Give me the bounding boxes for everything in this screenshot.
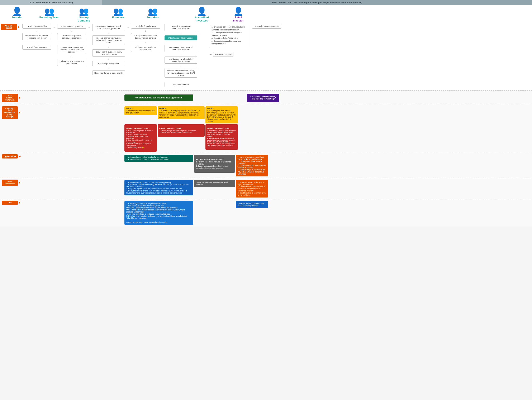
founders3-flow-1: Network at events with Accredited Invest… — [165, 24, 197, 31]
accredited-vp-box: Create parallel value and offers for ret… — [194, 180, 235, 187]
persona-startup: 👥 StartupCompany — [66, 7, 102, 22]
startup-label: StartupCompany — [78, 16, 90, 22]
arrow-startup-to-founders2: → — [127, 24, 129, 29]
accredited-opp-label: FUTURE ROADMAP DISCOVERY — [196, 158, 224, 160]
offer-label-text: Offer — [8, 202, 12, 204]
founders-think-box: I THINK / SAY / FEEL / FEAR: 1. 'Had 17 … — [124, 124, 157, 152]
retail-vp-box: 1. No qualifications! No income or equit… — [236, 180, 268, 197]
founding-flow-2: Create value: product, service, or exper… — [57, 33, 86, 40]
empathy-think-row: I THINK / SAY / FEEL / FEAR: 1. 'Had 17 … — [21, 124, 531, 152]
founder-label: Founder — [12, 16, 23, 19]
founders2-flow-3: Might get approved for a financial loan — [131, 45, 160, 52]
arrow-down-s4: ↓ — [108, 67, 109, 70]
startup-flow-3: Grow: board, business, team, value, sale… — [92, 49, 125, 56]
founder-flow-1: Develop business idea — [22, 24, 51, 29]
startup-flow-1: Incorporate company: board, share struct… — [92, 24, 125, 31]
vp-arrow-icon: ▶ — [19, 181, 20, 184]
offer-arrow-icon: ▶ — [19, 201, 20, 204]
arrow-down-f21: ↓ — [145, 29, 146, 32]
opp-label-btn[interactable]: Opportunities ▶ — [2, 154, 18, 159]
startup-flow-5: Raise new funds to scale growth — [92, 70, 125, 75]
founder-flow-3: Recruit founding team — [22, 45, 51, 50]
founders-need-items: "More money to continue my startup and g… — [126, 110, 154, 114]
founders3-flow-5: Allocate shares to them: voting, non-vot… — [165, 68, 197, 78]
founding-flow-4: Deliver value: to customers and partners — [57, 59, 86, 66]
retail-quote-box: "These collectables were my step into an… — [247, 94, 279, 102]
founder-flow-col: Develop business idea ↓ Pay contractor f… — [21, 24, 53, 50]
founders3-flow-2: Pitch to Accredited Investors — [165, 36, 197, 40]
arrow-founder-to-founding: → — [53, 24, 56, 29]
empathy-arrow-icon: ▶ — [19, 111, 20, 114]
founders2-icon: 👥 — [113, 7, 123, 16]
founders-need-box: I NEED: "More money to continue my start… — [124, 106, 157, 115]
empathy-need-row: I NEED: "More money to continue my start… — [21, 106, 531, 123]
opp-label-text: Opportunities — [4, 155, 16, 157]
ideal-label-btn[interactable]: Ideal Customer Statement ▶ — [2, 94, 18, 102]
accredited-label: AccreditedInvestors — [195, 16, 209, 22]
header-banners: B2B - Manufacture / Produce (a startup) … — [0, 0, 532, 5]
opportunities-row: Opportunities ▶ 1. Delay getting accredi… — [0, 153, 532, 178]
founder-flow-2: Pay contractor for specific jobs using o… — [22, 33, 51, 40]
retail-icon: 👤 — [234, 7, 243, 16]
founding-flow-3: Capture value: Market and sell value to … — [57, 45, 86, 54]
founding-flow-1: Agree on equity structure — [57, 24, 86, 29]
offer-label-btn[interactable]: Offer ▶ — [2, 201, 18, 205]
startup-icon: 👥 — [79, 7, 89, 16]
arrow-down-f34: ↓ — [180, 64, 182, 67]
arrow-down-f3: ↓ — [71, 55, 72, 58]
ideal-label-text: Ideal Customer Statement — [6, 95, 15, 101]
accredited-list-2: 2. Creating my network with Angel & Vent… — [211, 31, 248, 37]
retail-offer-box: Fund new ideas/innovations, new founders… — [236, 201, 268, 208]
arrow-down-f35: ↓ — [180, 78, 182, 81]
accredited-opp-items: 1. Follow/connect with network of accred… — [196, 161, 233, 169]
accredited-opp-box: FUTURE ROADMAP DISCOVERY 1. Follow/conne… — [194, 155, 235, 173]
founders-think-items: 1. 'Had 17 meetings with investors, I sc… — [126, 130, 155, 148]
vp-label-cell: Value Proposition ▶ — [0, 178, 20, 187]
opp-arrow-icon: ▶ — [19, 155, 20, 158]
accredited-flow-col: 1. Creating a personal brand, reputation… — [210, 24, 250, 57]
arrow-down-2: ↓ — [36, 41, 38, 44]
offer-row: Offer ▶ 1. Create angel collectable for … — [0, 199, 532, 227]
persona-accredited: 👤 AccreditedInvestors — [181, 7, 222, 22]
accredited-need-items: 1. 'Capital' / 2. 'Great judgement' / 3.… — [159, 110, 201, 118]
arrow-down-1: ↓ — [36, 29, 38, 32]
retail-flow-col: Research private companies — [250, 24, 283, 29]
founders2-flow-2: Get rejected by most or all banks/financ… — [131, 33, 160, 40]
founders3-flow-4: Might sign deal a handful of Accredited … — [165, 56, 197, 64]
founders2-flow-1: Apply for financial loan — [131, 24, 160, 29]
banner-right: B2B - Market / Sell / Distribute (your s… — [102, 0, 532, 5]
accredited-icon: 👤 — [197, 7, 207, 16]
ideal-content-row: "We crowdfunded our first business oppor… — [20, 92, 532, 103]
invest-arrow-row: ← Invest into company — [210, 52, 250, 57]
accredited-need-box: I NEED: 1. 'Capital' / 2. 'Great judgeme… — [158, 106, 205, 119]
vp-content-row: 1. Raise money to pursue your next busin… — [20, 178, 532, 199]
offer-content-row: 1. Create angel collectable for your bus… — [20, 199, 532, 227]
accredited-list-4: 4. Back existing angel investor, pay man… — [211, 40, 248, 45]
vp-label-btn[interactable]: Value Proposition ▶ — [2, 179, 18, 186]
accredited-think-items: 1. 'I'm replacing Wall Street for privat… — [159, 130, 203, 134]
accredited-list-1: 1. Creating a personal brand, reputation… — [211, 26, 248, 31]
ideal-customer-row: Ideal Customer Statement ▶ "We crowdfund… — [0, 91, 532, 105]
empathy-label-btn[interactable]: Empathy - What emotions am I going throu… — [2, 106, 18, 119]
retail-think-items: 1. 'I don't make enough (min 200k) and h… — [207, 130, 236, 147]
founders-offer-box: 1. Create angel collectable for your bus… — [124, 201, 193, 225]
persona-founders3: 👥 Founders — [134, 7, 171, 22]
banner-left: B2B - Manufacture / Produce (a startup) — [0, 0, 102, 5]
ideal-arrow-icon: ▶ — [19, 96, 20, 99]
gap-col — [171, 7, 181, 22]
startup-flow-2: Allocate shares: voting, non-voting, sto… — [92, 36, 125, 45]
retail-label: RetailInvestor — [233, 16, 244, 22]
offer-label-cell: Offer ▶ — [0, 199, 20, 206]
empathy-content: I NEED: "More money to continue my start… — [20, 105, 532, 153]
persona-retail: 👤 RetailInvestor — [222, 7, 254, 22]
arrow-down-f1: ↓ — [71, 29, 72, 32]
what-doing-label: What am I doing? ▶ — [1, 24, 17, 30]
retail-need-label: I NEED: — [207, 108, 214, 110]
arrow-down-f22: ↓ — [145, 41, 146, 44]
founding-team-icon: 👥 — [44, 7, 54, 16]
empathy-label-cell: Empathy - What emotions am I going throu… — [0, 105, 20, 120]
persona-icons-row: 👤 Founder 👥 Founding Team 👥 StartupCompa… — [0, 5, 532, 22]
arrow-down-s3: ↓ — [108, 57, 109, 60]
founders2-label: Founders — [112, 16, 124, 19]
empathy-label-text: Empathy - What emotions am I going throu… — [4, 107, 16, 118]
